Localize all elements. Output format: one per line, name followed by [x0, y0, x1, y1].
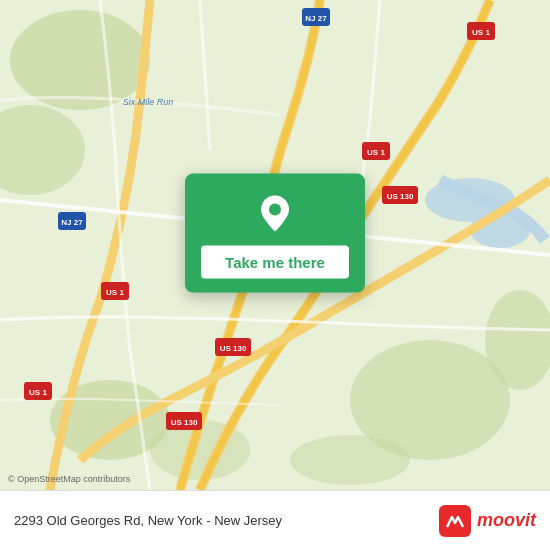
take-me-there-button[interactable]: Take me there [201, 246, 349, 279]
svg-text:US 1: US 1 [367, 148, 385, 157]
svg-text:US 1: US 1 [472, 28, 490, 37]
svg-text:NJ 27: NJ 27 [61, 218, 83, 227]
map-container: NJ 27 NJ 27 US 1 US 1 US 1 US 1 US 130 U… [0, 0, 550, 490]
moovit-logo: moovit [439, 505, 536, 537]
svg-text:US 130: US 130 [220, 344, 247, 353]
svg-text:NJ 27: NJ 27 [305, 14, 327, 23]
svg-text:US 1: US 1 [29, 388, 47, 397]
address-text: 2293 Old Georges Rd, New York - New Jers… [14, 513, 282, 528]
svg-text:© OpenStreetMap contributors: © OpenStreetMap contributors [8, 474, 131, 484]
svg-text:US 1: US 1 [106, 288, 124, 297]
svg-point-9 [290, 435, 410, 485]
svg-point-3 [10, 10, 150, 110]
location-pin-icon [253, 192, 297, 236]
svg-text:US 130: US 130 [387, 192, 414, 201]
moovit-label: moovit [477, 510, 536, 531]
location-card: Take me there [185, 174, 365, 293]
svg-text:US 130: US 130 [171, 418, 198, 427]
svg-point-31 [269, 204, 281, 216]
bottom-bar: 2293 Old Georges Rd, New York - New Jers… [0, 490, 550, 550]
moovit-icon [439, 505, 471, 537]
svg-text:Six Mile Run: Six Mile Run [123, 97, 174, 107]
